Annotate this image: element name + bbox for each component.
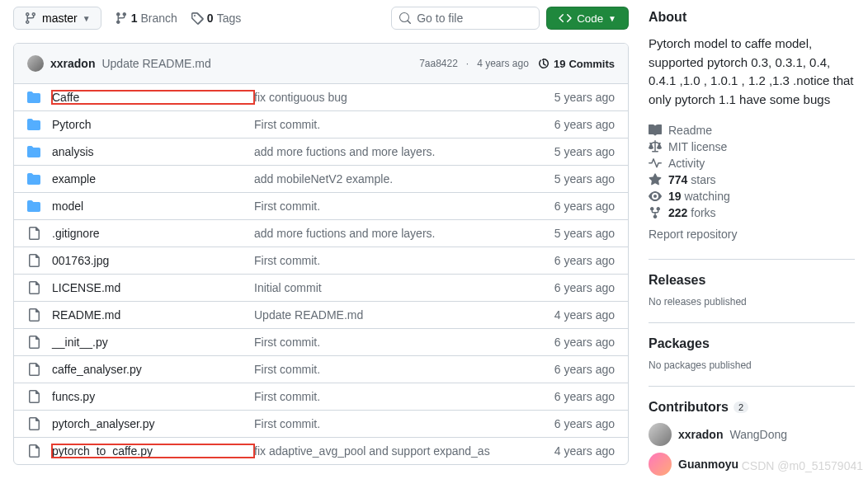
packages-heading[interactable]: Packages <box>649 336 855 351</box>
file-commit-msg: fix contiguous bug <box>254 91 532 104</box>
file-name-cell: LICENSE.md <box>52 281 254 294</box>
file-link[interactable]: README.md <box>52 308 120 322</box>
file-link[interactable]: example <box>52 172 96 185</box>
file-name-cell: analysis <box>52 145 254 158</box>
file-icon <box>27 417 40 430</box>
watermark-text: CSDN @m0_51579041 <box>742 459 863 472</box>
commit-link[interactable]: Initial commit <box>254 281 322 294</box>
commit-link[interactable]: First commit. <box>254 254 320 267</box>
commit-sha-link[interactable]: 7aa8422 <box>419 58 458 69</box>
commit-link[interactable]: First commit. <box>254 200 320 213</box>
file-row: modelFirst commit.6 years ago <box>14 193 628 220</box>
commit-link[interactable]: First commit. <box>254 363 320 376</box>
stars-link[interactable]: 774 stars <box>668 173 716 186</box>
file-link[interactable]: analysis <box>52 145 94 158</box>
code-icon <box>559 12 572 25</box>
folder-icon <box>27 118 40 131</box>
contributors-heading[interactable]: Contributors 2 <box>649 400 855 415</box>
packages-empty: No packages published <box>649 359 855 371</box>
commit-message-link[interactable]: Update README.md <box>101 57 210 70</box>
file-commit-msg: First commit. <box>254 390 532 403</box>
branch-icon <box>24 12 37 25</box>
folder-icon <box>27 172 40 185</box>
file-name-cell: example <box>52 172 254 185</box>
file-list: xxradon Update README.md 7aa8422 · 4 yea… <box>13 43 629 465</box>
file-age: 4 years ago <box>532 444 615 458</box>
file-link[interactable]: funcs.py <box>52 390 95 403</box>
contributor-item[interactable]: xxradon WangDong <box>649 423 855 446</box>
tags-link[interactable]: 0 Tags <box>191 12 241 25</box>
file-link[interactable]: LICENSE.md <box>52 281 120 294</box>
folder-icon <box>27 91 40 104</box>
commits-link[interactable]: 19 Commits <box>537 57 615 70</box>
latest-commit-header: xxradon Update README.md 7aa8422 · 4 yea… <box>14 44 628 84</box>
star-icon <box>649 173 662 186</box>
commit-link[interactable]: First commit. <box>254 118 320 131</box>
file-row: funcs.pyFirst commit.6 years ago <box>14 383 628 411</box>
commit-link[interactable]: First commit. <box>254 417 320 430</box>
avatar <box>649 423 672 446</box>
file-link[interactable]: Pytorch <box>52 118 91 131</box>
file-age: 5 years ago <box>532 172 615 185</box>
avatar <box>649 453 672 476</box>
search-placeholder: Go to file <box>417 12 463 25</box>
folder-icon <box>27 145 40 158</box>
readme-link[interactable]: Readme <box>668 124 712 137</box>
file-row: README.mdUpdate README.md4 years ago <box>14 302 628 329</box>
file-link[interactable]: 001763.jpg <box>52 254 109 267</box>
branch-icon <box>115 12 128 25</box>
commit-author-link[interactable]: xxradon <box>50 57 95 70</box>
file-icon <box>27 390 40 403</box>
file-name-cell: 001763.jpg <box>52 254 254 267</box>
file-commit-msg: First commit. <box>254 336 532 349</box>
releases-heading[interactable]: Releases <box>649 273 855 288</box>
file-icon <box>27 281 40 294</box>
commit-link[interactable]: add mobileNetV2 example. <box>254 172 393 185</box>
commit-link[interactable]: First commit. <box>254 390 320 403</box>
file-age: 6 years ago <box>532 281 615 294</box>
file-link[interactable]: __init__.py <box>52 336 108 349</box>
commit-link[interactable]: fix adaptive_avg_pool and support expand… <box>254 444 490 458</box>
watching-link[interactable]: 19 watching <box>668 190 730 203</box>
about-description: Pytorch model to caffe model, supported … <box>649 35 855 109</box>
file-icon <box>27 336 40 349</box>
file-age: 6 years ago <box>532 363 615 376</box>
file-row: __init__.pyFirst commit.6 years ago <box>14 329 628 356</box>
avatar[interactable] <box>27 55 44 72</box>
file-commit-msg: Initial commit <box>254 281 532 294</box>
eye-icon <box>649 190 662 203</box>
file-link[interactable]: .gitignore <box>52 227 100 240</box>
file-age: 6 years ago <box>532 254 615 267</box>
branches-link[interactable]: 1 Branch <box>115 12 177 25</box>
file-name-cell: Caffe <box>52 91 254 104</box>
commit-link[interactable]: add more fuctions and more layers. <box>254 145 435 158</box>
law-icon <box>649 140 662 153</box>
branch-select-button[interactable]: master ▼ <box>13 7 101 30</box>
code-button[interactable]: Code ▼ <box>546 7 629 30</box>
file-link[interactable]: caffe_analyser.py <box>52 363 142 376</box>
file-commit-msg: First commit. <box>254 417 532 430</box>
commit-link[interactable]: add more fuctions and more layers. <box>254 227 435 240</box>
file-link[interactable]: pytorch_analyser.py <box>52 417 155 430</box>
file-icon <box>27 444 40 458</box>
commit-link[interactable]: Update README.md <box>254 308 363 322</box>
book-icon <box>649 124 662 137</box>
forks-link[interactable]: 222 forks <box>668 206 716 219</box>
file-name-cell: README.md <box>52 308 254 322</box>
file-link[interactable]: Caffe <box>52 91 79 104</box>
file-link[interactable]: model <box>52 200 83 213</box>
report-repository-link[interactable]: Report repository <box>649 228 737 241</box>
file-row: pytorch_to_caffe.pyfix adaptive_avg_pool… <box>14 438 628 464</box>
fork-icon <box>649 206 662 219</box>
file-name-cell: .gitignore <box>52 227 254 240</box>
commit-link[interactable]: First commit. <box>254 336 320 349</box>
activity-link[interactable]: Activity <box>668 157 705 170</box>
file-commit-msg: First commit. <box>254 118 532 131</box>
commit-link[interactable]: fix contiguous bug <box>254 91 347 104</box>
license-link[interactable]: MIT license <box>668 140 727 153</box>
caret-down-icon: ▼ <box>83 14 91 23</box>
go-to-file-input[interactable]: Go to file <box>391 7 540 30</box>
file-link[interactable]: pytorch_to_caffe.py <box>52 444 153 458</box>
file-commit-msg: First commit. <box>254 254 532 267</box>
history-icon <box>537 57 550 70</box>
